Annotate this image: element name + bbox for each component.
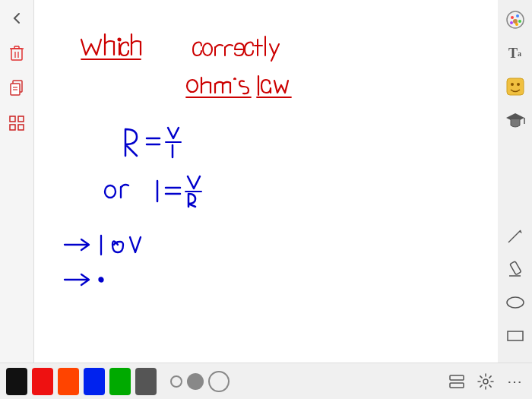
red-color-button[interactable] <box>32 368 53 395</box>
svg-rect-57 <box>508 331 523 340</box>
medium-nib-button[interactable] <box>187 373 204 390</box>
ellipse-tool[interactable] <box>502 289 529 316</box>
right-toolbar: Ta <box>498 0 532 399</box>
svg-point-44 <box>510 21 513 24</box>
pen-tool[interactable] <box>502 222 529 249</box>
whiteboard[interactable] <box>34 0 498 363</box>
svg-point-30 <box>105 185 116 198</box>
svg-rect-46 <box>507 78 524 95</box>
svg-rect-0 <box>11 49 22 60</box>
svg-rect-14 <box>18 125 24 130</box>
svg-point-22 <box>187 80 198 92</box>
small-nib-button[interactable] <box>170 375 182 388</box>
back-button[interactable] <box>6 8 27 29</box>
bottom-right-tools: ⋯ <box>445 370 526 393</box>
eraser-button[interactable] <box>135 368 157 395</box>
svg-point-45 <box>513 19 518 24</box>
blue-color-button[interactable] <box>84 368 105 395</box>
palette-button[interactable] <box>502 6 529 33</box>
svg-point-16 <box>119 39 121 41</box>
settings-button[interactable] <box>474 370 497 393</box>
bottom-toolbar: ⋯ <box>0 363 532 399</box>
svg-point-42 <box>518 20 521 23</box>
svg-point-47 <box>511 83 514 86</box>
more-button[interactable]: ⋯ <box>503 370 526 393</box>
graduation-button[interactable] <box>502 106 529 134</box>
svg-rect-61 <box>450 375 464 380</box>
orange-color-button[interactable] <box>58 368 79 395</box>
svg-point-38 <box>100 278 103 282</box>
highlighter-tool[interactable] <box>502 255 529 283</box>
svg-point-41 <box>516 14 519 17</box>
svg-point-48 <box>517 83 520 86</box>
black-pen-button[interactable] <box>6 368 27 395</box>
text-button[interactable]: Ta <box>502 40 529 67</box>
svg-line-53 <box>508 241 510 242</box>
svg-point-40 <box>511 16 514 19</box>
layers-button[interactable] <box>445 370 468 393</box>
svg-rect-13 <box>10 125 15 130</box>
sticker-button[interactable] <box>502 73 529 100</box>
svg-rect-60 <box>450 383 464 388</box>
svg-point-62 <box>483 379 488 384</box>
green-color-button[interactable] <box>109 368 131 395</box>
large-nib-button[interactable] <box>208 371 230 392</box>
svg-point-18 <box>203 43 212 55</box>
copy-button[interactable] <box>6 78 27 99</box>
rectangle-tool[interactable] <box>502 322 529 350</box>
svg-line-51 <box>510 230 521 241</box>
svg-point-56 <box>507 297 524 308</box>
grid-button[interactable] <box>6 112 27 134</box>
svg-rect-11 <box>10 116 15 122</box>
left-toolbar <box>0 0 34 365</box>
delete-button[interactable] <box>6 43 27 64</box>
svg-rect-54 <box>509 261 521 275</box>
svg-rect-12 <box>18 116 24 122</box>
